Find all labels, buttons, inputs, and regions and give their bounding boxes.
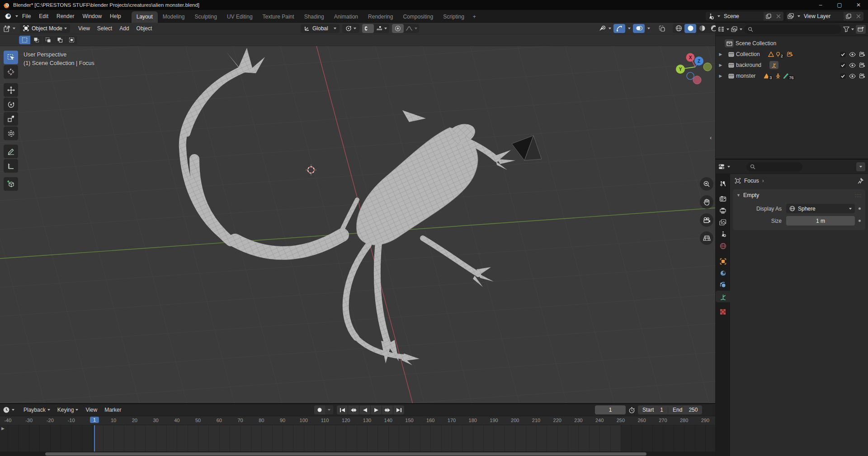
previous-keyframe-button[interactable] [348, 405, 359, 414]
view-layer-copy-icon[interactable] [844, 12, 854, 21]
menu-window[interactable]: Window [78, 11, 106, 21]
backround-hide-eye-icon[interactable] [849, 63, 856, 68]
workspace-tab-rendering[interactable]: Rendering [363, 11, 398, 23]
viewport-menu-view[interactable]: View [75, 24, 94, 33]
timeline-scrollbar-thumb[interactable] [45, 452, 646, 456]
view-layer-name[interactable]: View Layer [800, 13, 844, 19]
collection-expand-icon[interactable]: ▶ [718, 52, 723, 56]
tool-add-cube[interactable] [4, 177, 18, 191]
view-layer-selector[interactable]: View Layer [786, 12, 863, 21]
timeline-ruler[interactable]: -40-30-20-101020304050607080901001101201… [0, 416, 715, 425]
auto-keying-record-button[interactable] [314, 405, 325, 414]
workspace-tab-modeling[interactable]: Modeling [158, 11, 190, 23]
xray-toggle[interactable] [656, 24, 668, 33]
scene-copy-icon[interactable] [764, 12, 774, 21]
window-titlebar[interactable]: Blender* [C:\PRESTONS STUFF\blender Proj… [0, 0, 868, 10]
tool-measure[interactable] [4, 159, 18, 173]
next-keyframe-button[interactable] [382, 405, 393, 414]
pivot-dropdown[interactable] [342, 24, 359, 33]
tab-constraints[interactable] [716, 267, 730, 279]
properties-editor-type-button[interactable] [718, 164, 730, 170]
tool-cursor[interactable] [4, 65, 18, 79]
monster-mesh[interactable] [183, 48, 515, 365]
outliner-editor-type-button[interactable] [718, 26, 729, 33]
gizmo-z-neg-ball[interactable] [687, 72, 694, 80]
tab-output[interactable] [716, 205, 730, 216]
view-layer-remove-icon[interactable] [854, 12, 863, 21]
scene-unlink-icon[interactable] [774, 12, 783, 21]
timeline-menu-keying[interactable]: Keying [54, 405, 82, 414]
workspace-tab-layout[interactable]: Layout [132, 11, 158, 23]
pan-view-button[interactable] [700, 195, 713, 209]
monster-checkbox-icon[interactable] [840, 73, 846, 79]
current-frame-field[interactable]: 1 [595, 405, 626, 414]
menu-file[interactable]: File [18, 11, 35, 21]
snap-toggle[interactable] [362, 24, 374, 33]
scene-selector[interactable]: Scene [706, 12, 783, 21]
camera-view-button[interactable] [700, 213, 713, 227]
tool-move[interactable] [4, 83, 18, 97]
workspace-tab-scripting[interactable]: Scripting [438, 11, 469, 23]
timeline-scrollbar[interactable] [0, 451, 715, 456]
workspace-tab-texturepaint[interactable]: Texture Paint [258, 11, 299, 23]
timeline-menu-marker[interactable]: Marker [101, 405, 125, 414]
select-mode-set[interactable] [19, 36, 30, 44]
display-as-animate-dot[interactable] [859, 207, 861, 210]
outliner-search-field[interactable] [744, 25, 841, 34]
tab-object[interactable] [716, 255, 730, 267]
outliner-row-monster[interactable]: ▶ monster 3 76 [716, 71, 868, 81]
backround-expand-icon[interactable]: ▶ [718, 63, 723, 67]
viewport-canvas[interactable]: X Z Y User Perspective (1) Scene Collect… [0, 46, 715, 403]
viewport-menu-object[interactable]: Object [133, 24, 156, 33]
outliner-display-mode-button[interactable] [731, 26, 742, 33]
tab-view-layer[interactable] [716, 216, 730, 228]
zoom-view-button[interactable] [700, 177, 713, 191]
tool-transform[interactable] [4, 127, 18, 140]
gizmo-x-neg-ball[interactable] [693, 76, 701, 84]
workspace-tab-sculpting[interactable]: Sculpting [190, 11, 222, 23]
start-frame-field[interactable]: Start 1 [638, 407, 668, 413]
new-collection-button[interactable] [856, 25, 866, 34]
size-field[interactable]: 1 m [786, 216, 855, 226]
backround-render-camera-icon[interactable] [859, 62, 865, 68]
playhead-line[interactable] [94, 425, 95, 451]
collection-render-camera-icon[interactable] [859, 52, 865, 57]
workspace-tab-shading[interactable]: Shading [299, 11, 329, 23]
pin-icon[interactable] [857, 178, 863, 184]
falloff-dropdown[interactable] [404, 24, 419, 33]
viewport-menu-add[interactable]: Add [116, 24, 132, 33]
summary-expand-icon[interactable]: ▶ [1, 426, 5, 431]
display-as-dropdown[interactable]: Sphere [786, 204, 855, 213]
timeline-editor-type-button[interactable] [3, 406, 14, 414]
collection-hide-eye-icon[interactable] [849, 52, 856, 57]
empty-panel-header[interactable]: ▼ Empty :::: [733, 189, 865, 201]
tool-scale[interactable] [4, 112, 18, 126]
view-layer-icon[interactable] [786, 13, 796, 19]
cone-object[interactable] [512, 136, 542, 160]
navigation-gizmo[interactable]: X Z Y [676, 53, 712, 85]
monster-expand-icon[interactable]: ▶ [718, 74, 723, 78]
tool-select-box[interactable] [4, 51, 18, 64]
blender-menu-icon[interactable] [4, 13, 12, 20]
tool-rotate[interactable] [4, 98, 18, 111]
outliner-row-backround[interactable]: ▶ backround [716, 60, 868, 71]
viewport-menu-select[interactable]: Select [94, 24, 116, 33]
menu-render[interactable]: Render [52, 11, 78, 21]
maximize-button[interactable]: ▢ [830, 0, 849, 10]
outliner-filter-button[interactable] [843, 26, 854, 32]
gizmos-toggle[interactable] [613, 24, 625, 33]
playhead-frame-pill[interactable]: 1 [90, 417, 99, 423]
monster-render-camera-icon[interactable] [859, 73, 865, 79]
jump-to-end-button[interactable] [393, 405, 404, 414]
collection-checkbox-icon[interactable] [840, 52, 846, 57]
scene-name[interactable]: Scene [720, 13, 764, 19]
outliner-row-collection[interactable]: ▶ Collection 2 [716, 49, 868, 60]
tab-scene[interactable] [716, 228, 730, 240]
tab-physics[interactable] [716, 279, 730, 291]
menu-edit[interactable]: Edit [35, 11, 52, 21]
editor-type-button[interactable] [4, 25, 15, 32]
breadcrumb-object-name[interactable]: Focus [744, 178, 759, 184]
monster-hide-eye-icon[interactable] [849, 74, 856, 79]
close-button[interactable]: ✕ [849, 0, 868, 10]
gizmo-y-neg-ball[interactable] [703, 63, 712, 71]
